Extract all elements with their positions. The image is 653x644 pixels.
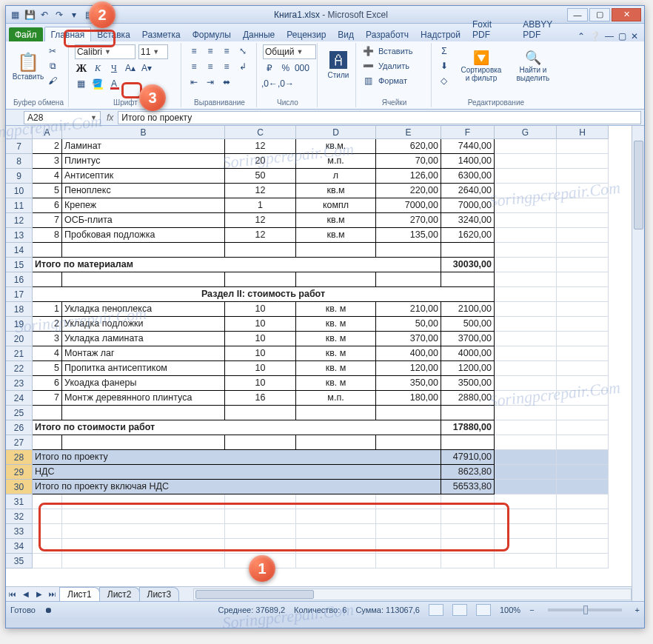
cell[interactable] [495,554,557,568]
cell[interactable]: 10 [225,317,296,332]
cell[interactable] [557,302,609,317]
cell[interactable] [296,243,376,258]
redo-icon[interactable]: ↷ [53,9,65,21]
undo-icon[interactable]: ↶ [38,9,50,21]
cell[interactable]: Монтж деревянного плинтуса [62,391,225,406]
cell[interactable]: Итого по стоимости работ [33,420,441,435]
row-header[interactable]: 24 [6,391,33,406]
comma-icon[interactable]: 000 [295,61,309,75]
tab-review[interactable]: Рецензир [281,27,332,41]
cell[interactable] [33,243,62,258]
cell[interactable]: ОСБ-плита [62,213,225,228]
cell[interactable] [557,139,609,154]
cell[interactable] [376,406,441,420]
number-format-combo[interactable]: Общий▼ [263,44,316,59]
col-header-G[interactable]: G [495,126,557,139]
cell[interactable]: Пеноплекс [62,184,225,198]
cell[interactable]: 6 [33,376,62,391]
cell[interactable] [225,435,296,450]
row-header[interactable]: 33 [6,524,33,539]
fx-icon[interactable]: fx [102,113,118,123]
cell[interactable]: 3500,00 [441,376,495,391]
indent-inc-icon[interactable]: ⇥ [204,76,217,89]
doc-close-icon[interactable]: ✕ [631,31,638,41]
row-header[interactable]: 16 [6,272,33,287]
cell[interactable]: Антисептик [62,169,225,184]
cell[interactable]: 6300,00 [441,169,495,184]
row-header[interactable]: 9 [6,169,33,184]
cell[interactable] [557,346,609,361]
borders-icon[interactable]: ▦ [75,77,88,90]
cell[interactable]: компл [296,198,376,213]
qat-more-icon[interactable]: ▾ [68,9,80,21]
cell[interactable] [376,272,441,287]
cell[interactable] [376,554,441,568]
cell[interactable]: 270,00 [376,213,441,228]
cell[interactable]: 135,00 [376,228,441,243]
vertical-scrollbar[interactable] [632,126,644,601]
orientation-icon[interactable]: ⤡ [236,44,250,58]
cell[interactable]: 10 [225,302,296,317]
cell[interactable] [495,391,557,406]
row-header[interactable]: 27 [6,435,33,450]
macro-record-icon[interactable]: ⏺ [44,606,53,614]
ribbon-minimize-icon[interactable]: ⌃ [577,31,585,41]
cell[interactable] [33,406,62,420]
row-header[interactable]: 14 [6,243,33,258]
cell[interactable]: Крепеж [62,198,225,213]
cell[interactable]: 5 [33,361,62,376]
tab-abbyy[interactable]: ABBYY PDF [517,17,577,41]
cell[interactable] [495,361,557,376]
align-left-icon[interactable]: ≡ [187,60,201,73]
cell[interactable]: 7 [33,391,62,406]
cell[interactable]: 1400,00 [441,154,495,169]
cell[interactable] [376,539,441,554]
maximize-button[interactable]: ▢ [589,8,610,21]
font-name-combo[interactable]: Calibri▼ [75,44,135,59]
tab-home[interactable]: Главная [44,27,92,41]
cell[interactable] [557,228,609,243]
cell[interactable]: Итого по материалам [33,258,441,272]
sheet-nav-last-icon[interactable]: ⏭ [46,588,59,601]
cell[interactable] [296,272,376,287]
cell[interactable] [557,376,609,391]
cell[interactable] [495,272,557,287]
row-header[interactable]: 7 [6,139,33,154]
cell[interactable] [62,554,225,568]
cell[interactable]: Раздел II: стоимость работ [33,287,495,302]
row-header[interactable]: 21 [6,346,33,361]
cell[interactable]: 56533,80 [441,480,495,494]
name-box[interactable]: A28▼ [24,111,101,124]
tab-formulas[interactable]: Формулы [187,27,237,41]
dec-decimal-icon[interactable]: ,0→ [279,77,292,90]
cell[interactable] [62,524,225,539]
cell[interactable] [296,435,376,450]
cell[interactable]: кв. м [296,361,376,376]
cell[interactable]: 30030,00 [441,258,495,272]
cell[interactable] [557,554,609,568]
cell[interactable] [62,272,225,287]
align-center-icon[interactable]: ≡ [204,60,217,73]
cell[interactable]: 3 [33,154,62,169]
cell[interactable] [495,169,557,184]
cell[interactable] [557,258,609,272]
align-bot-icon[interactable]: ≡ [220,44,233,58]
wrap-icon[interactable]: ↲ [236,60,250,73]
cell[interactable]: кв.м [296,213,376,228]
align-mid-icon[interactable]: ≡ [204,44,217,58]
cell[interactable]: 70,00 [376,154,441,169]
row-header[interactable]: 34 [6,539,33,554]
cell[interactable]: Укоадка фанеры [62,376,225,391]
cell[interactable]: 3 [33,332,62,346]
cell[interactable] [33,509,62,524]
find-select-button[interactable]: 🔍Найти и выделить [512,46,555,86]
cell[interactable] [557,494,609,509]
cell[interactable]: 17880,00 [441,420,495,435]
sheet-tab-3[interactable]: Лист3 [139,587,180,601]
merge-icon[interactable]: ⬌ [220,76,233,89]
row-header[interactable]: 12 [6,213,33,228]
tab-developer[interactable]: Разработч [360,27,415,41]
cell[interactable] [33,435,62,450]
cell[interactable]: НДС [33,465,441,480]
cell[interactable] [296,539,376,554]
